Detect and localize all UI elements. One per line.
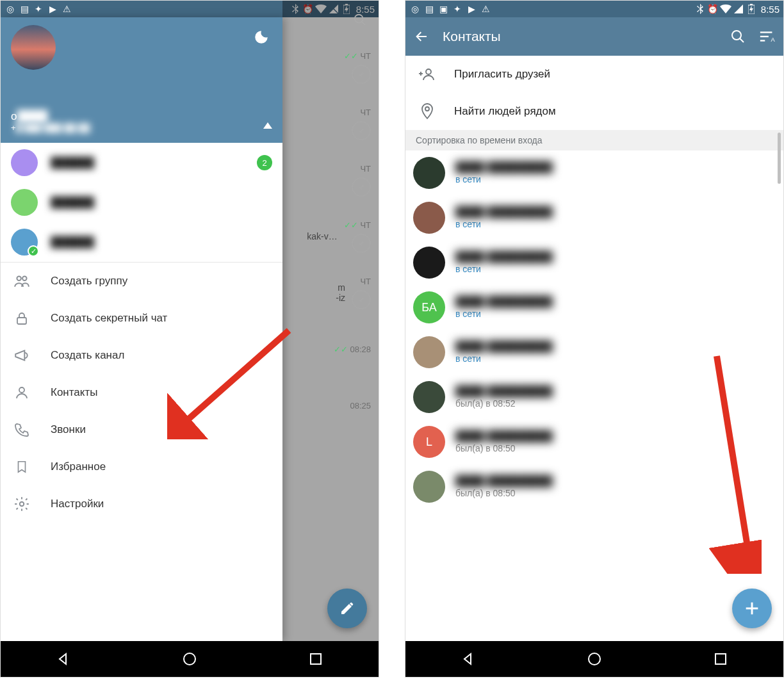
svg-text:A: A — [771, 37, 776, 43]
phone-icon — [13, 421, 30, 438]
status-bar: ◎ ▤ ▣ ✦ ▶ ⚠ ⏰ 8:55 — [405, 1, 783, 17]
account-row[interactable]: ✓██████ — [1, 222, 282, 262]
account-row[interactable]: ██████2 — [1, 143, 282, 183]
profile-avatar[interactable] — [11, 25, 56, 70]
contact-row[interactable]: БА ████ █████████ в сети — [405, 285, 783, 330]
battery-icon — [746, 3, 757, 15]
sort-button[interactable]: A — [759, 28, 776, 45]
contact-row[interactable]: ████ █████████ в сети — [405, 195, 783, 240]
svg-rect-11 — [311, 654, 321, 664]
menu-item-settings[interactable]: Настройки — [1, 485, 282, 523]
chat-icon: ▤ — [423, 3, 435, 15]
scroll-indicator — [778, 133, 781, 184]
contact-name: ████ █████████ — [455, 341, 553, 352]
status-time: 8:55 — [761, 4, 780, 15]
menu-item-saved[interactable]: Избранное — [1, 448, 282, 485]
dimmed-chat-row: ЧТ — [282, 152, 379, 208]
android-nav-bar — [405, 641, 783, 677]
action-nearby[interactable]: Найти людей рядом — [405, 93, 783, 130]
action-label: Найти людей рядом — [454, 105, 556, 118]
recent-nav-button[interactable] — [713, 651, 728, 667]
menu-item-create-group[interactable]: Создать группу — [1, 263, 282, 300]
svg-point-2 — [355, 15, 363, 23]
avatar — [413, 336, 445, 368]
invite-icon — [417, 64, 437, 85]
phone-left-drawer: ◎ ▤ ✦ ▶ ⚠ ⏰ 8:55 ✓✓ ЧТЧ — [0, 0, 379, 678]
contact-status: был(а) в 08:52 — [455, 398, 553, 409]
avatar — [413, 247, 445, 279]
search-icon[interactable] — [353, 13, 367, 27]
lock-icon — [13, 310, 30, 327]
contact-status: в сети — [455, 174, 553, 184]
svg-rect-13 — [750, 4, 753, 5]
annotation-arrow-right — [678, 350, 762, 574]
svg-line-15 — [740, 38, 744, 42]
contact-name: ████ █████████ — [455, 161, 553, 173]
contact-row[interactable]: ████ █████████ в сети — [405, 240, 783, 285]
back-nav-button[interactable] — [461, 651, 476, 667]
menu-label: Контакты — [51, 386, 97, 399]
app-bar: Контакты A — [405, 17, 783, 56]
home-nav-button[interactable] — [182, 651, 197, 667]
recent-nav-button[interactable] — [308, 651, 323, 667]
dimmed-chat-row: m-izЧТ — [282, 264, 379, 321]
action-invite[interactable]: Пригласить друзей — [405, 56, 783, 93]
svg-point-23 — [425, 107, 429, 111]
play-icon: ▶ — [47, 3, 58, 15]
phone-right-contacts: ◎ ▤ ▣ ✦ ▶ ⚠ ⏰ 8:55 Конт — [405, 0, 784, 678]
contact-name: ████ █████████ — [455, 386, 553, 397]
account-row[interactable]: ██████ — [1, 183, 282, 222]
warning-icon: ⚠ — [61, 3, 72, 15]
contact-status: был(а) в 08:50 — [455, 443, 553, 453]
contact-status: в сети — [455, 264, 553, 274]
contact-name: ████ █████████ — [455, 206, 553, 218]
contact-row[interactable]: ████ █████████ в сети — [405, 150, 783, 195]
search-button[interactable] — [730, 28, 746, 45]
svg-rect-28 — [715, 654, 726, 664]
warning-icon: ⚠ — [480, 3, 491, 15]
contact-name: ████ █████████ — [455, 430, 553, 442]
svg-line-3 — [362, 22, 366, 26]
svg-point-5 — [22, 276, 27, 280]
menu-label: Создать канал — [51, 349, 124, 362]
back-nav-button[interactable] — [56, 651, 71, 667]
home-nav-button[interactable] — [587, 651, 602, 667]
svg-point-27 — [589, 653, 600, 665]
wifi-icon — [720, 3, 731, 15]
svg-point-7 — [19, 387, 24, 393]
svg-point-10 — [184, 653, 195, 665]
alarm-icon: ⏰ — [707, 3, 719, 15]
accounts-list: ██████2██████✓██████ — [1, 143, 282, 262]
android-nav-bar — [1, 641, 379, 677]
avatar: БА — [413, 291, 445, 323]
bluetooth-icon — [694, 3, 706, 15]
user-phone: +█ ███ ███ ██ ██ — [11, 123, 90, 133]
image-icon: ▣ — [437, 3, 449, 15]
chat-icon: ▤ — [19, 3, 30, 15]
svg-point-14 — [732, 31, 741, 40]
contact-actions: Пригласить друзейНайти людей рядом — [405, 56, 783, 130]
avatar — [413, 202, 445, 234]
dimmed-chat-row: ЧТ — [282, 95, 379, 152]
dimmed-chat-row: kak-v…✓✓ ЧТ — [282, 208, 379, 264]
new-message-fab[interactable] — [327, 589, 367, 628]
pinwheel-icon: ✦ — [452, 3, 463, 15]
drawer-header: o████ +█ ███ ███ ██ ██ — [1, 17, 282, 143]
expand-accounts-button[interactable] — [263, 122, 272, 129]
svg-point-8 — [20, 502, 24, 507]
location-icon — [417, 101, 437, 122]
contact-status: в сети — [455, 354, 553, 364]
menu-label: Настройки — [51, 498, 104, 510]
menu-label: Создать секретный чат — [51, 312, 167, 325]
dimmed-chat-row: 08:25 — [282, 377, 379, 434]
night-mode-toggle[interactable] — [253, 29, 270, 45]
group-icon — [13, 273, 30, 289]
avatar — [413, 381, 445, 413]
avatar: L — [413, 426, 445, 458]
person-icon — [13, 384, 30, 401]
back-button[interactable] — [413, 28, 430, 45]
dimmed-overlay: ✓✓ ЧТЧТЧТkak-v…✓✓ ЧТm-izЧТ✓✓ 08:2808:25 — [282, 1, 379, 677]
menu-label: Создать группу — [51, 275, 127, 288]
add-contact-fab[interactable] — [732, 589, 772, 628]
menu-label: Избранное — [51, 460, 106, 473]
